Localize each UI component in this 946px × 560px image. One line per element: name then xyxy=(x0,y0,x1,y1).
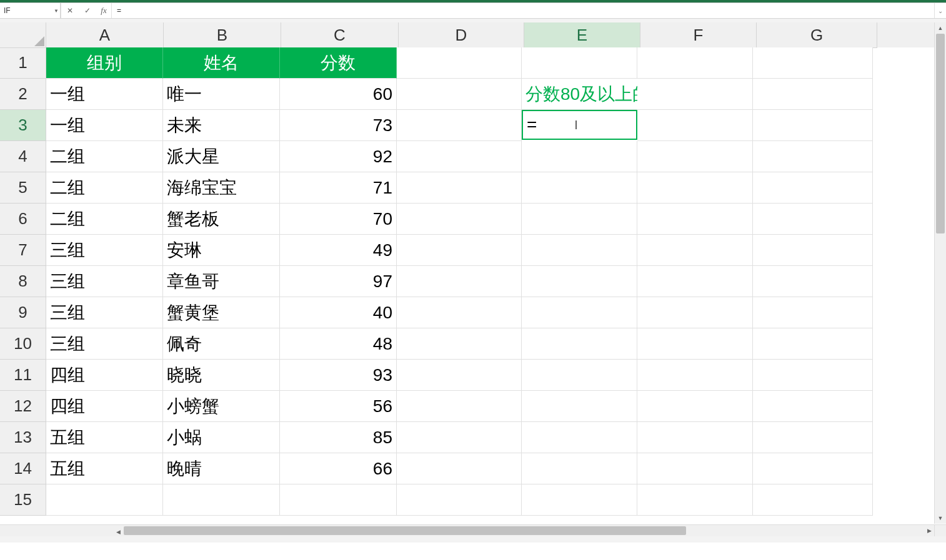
cell-D3[interactable] xyxy=(397,110,522,141)
column-header-E[interactable]: E xyxy=(524,22,640,48)
cell-B11[interactable]: 晓晓 xyxy=(163,360,280,391)
cell-A8[interactable]: 三组 xyxy=(46,266,163,297)
vertical-scroll-track[interactable] xyxy=(935,34,946,513)
cell-B9[interactable]: 蟹黄堡 xyxy=(163,297,280,328)
cell-E1[interactable] xyxy=(522,47,637,79)
cell-A11[interactable]: 四组 xyxy=(46,360,163,391)
row-header-7[interactable]: 7 xyxy=(0,235,46,266)
cell-D12[interactable] xyxy=(397,391,522,422)
cell-F4[interactable] xyxy=(637,141,753,172)
row-header-4[interactable]: 4 xyxy=(0,141,46,172)
horizontal-scroll-thumb[interactable] xyxy=(124,526,686,535)
cell-E8[interactable] xyxy=(522,266,637,297)
cell-G14[interactable] xyxy=(753,453,873,484)
cell-E10[interactable] xyxy=(522,328,637,360)
scroll-down-icon[interactable]: ▼ xyxy=(935,513,946,524)
cell-A2[interactable]: 一组 xyxy=(46,79,163,110)
cell-D13[interactable] xyxy=(397,422,522,453)
cell-F6[interactable] xyxy=(637,204,753,235)
cell-A6[interactable]: 二组 xyxy=(46,204,163,235)
cell-G5[interactable] xyxy=(753,172,873,204)
cell-E4[interactable] xyxy=(522,141,637,172)
row-header-5[interactable]: 5 xyxy=(0,172,46,204)
cell-D2[interactable] xyxy=(397,79,522,110)
column-header-B[interactable]: B xyxy=(164,22,281,48)
cell-G11[interactable] xyxy=(753,360,873,391)
row-header-10[interactable]: 10 xyxy=(0,328,46,360)
select-all-button[interactable] xyxy=(0,22,46,48)
sheet-tabs-area[interactable] xyxy=(0,524,112,536)
cell-G1[interactable] xyxy=(753,47,873,79)
cell-B15[interactable] xyxy=(163,484,280,516)
cell-A10[interactable]: 三组 xyxy=(46,328,163,360)
cell-F12[interactable] xyxy=(637,391,753,422)
cell-A15[interactable] xyxy=(46,484,163,516)
column-header-A[interactable]: A xyxy=(46,22,164,48)
cell-G3[interactable] xyxy=(753,110,873,141)
cell-B13[interactable]: 小蜗 xyxy=(163,422,280,453)
cell-C1[interactable]: 分数 xyxy=(280,47,397,79)
cell-C13[interactable]: 85 xyxy=(280,422,397,453)
cell-B5[interactable]: 海绵宝宝 xyxy=(163,172,280,204)
cell-D9[interactable] xyxy=(397,297,522,328)
cell-A14[interactable]: 五组 xyxy=(46,453,163,484)
cell-B8[interactable]: 章鱼哥 xyxy=(163,266,280,297)
cell-G12[interactable] xyxy=(753,391,873,422)
column-header-D[interactable]: D xyxy=(399,22,524,48)
cell-F10[interactable] xyxy=(637,328,753,360)
cell-E11[interactable] xyxy=(522,360,637,391)
cell-E2[interactable]: 分数80及以上的人数 xyxy=(522,79,637,110)
row-header-1[interactable]: 1 xyxy=(0,47,46,79)
cell-G6[interactable] xyxy=(753,204,873,235)
column-header-G[interactable]: G xyxy=(757,22,877,48)
cell-F5[interactable] xyxy=(637,172,753,204)
cell-F11[interactable] xyxy=(637,360,753,391)
cancel-button[interactable]: ✕ xyxy=(61,3,79,18)
cell-G2[interactable] xyxy=(753,79,873,110)
cell-F13[interactable] xyxy=(637,422,753,453)
formula-input[interactable]: = xyxy=(112,3,934,18)
cell-B3[interactable]: 未来 xyxy=(163,110,280,141)
cell-A5[interactable]: 二组 xyxy=(46,172,163,204)
cell-F7[interactable] xyxy=(637,235,753,266)
cell-D11[interactable] xyxy=(397,360,522,391)
cell-F8[interactable] xyxy=(637,266,753,297)
cell-D1[interactable] xyxy=(397,47,522,79)
row-header-15[interactable]: 15 xyxy=(0,484,46,516)
cell-E3-editing[interactable]: = I xyxy=(522,110,637,140)
cell-D5[interactable] xyxy=(397,172,522,204)
enter-button[interactable]: ✓ xyxy=(79,3,96,18)
cell-B14[interactable]: 晚晴 xyxy=(163,453,280,484)
cell-C5[interactable]: 71 xyxy=(280,172,397,204)
cell-G7[interactable] xyxy=(753,235,873,266)
vertical-scrollbar[interactable]: ▲ ▼ xyxy=(934,22,946,524)
cell-E13[interactable] xyxy=(522,422,637,453)
cell-B10[interactable]: 佩奇 xyxy=(163,328,280,360)
cell-C12[interactable]: 56 xyxy=(280,391,397,422)
row-header-9[interactable]: 9 xyxy=(0,297,46,328)
name-box-dropdown-icon[interactable]: ▼ xyxy=(54,8,59,14)
cell-E7[interactable] xyxy=(522,235,637,266)
cell-E6[interactable] xyxy=(522,204,637,235)
cell-C7[interactable]: 49 xyxy=(280,235,397,266)
cell-E14[interactable] xyxy=(522,453,637,484)
cell-F2[interactable] xyxy=(637,79,753,110)
cell-B2[interactable]: 唯一 xyxy=(163,79,280,110)
cell-C15[interactable] xyxy=(280,484,397,516)
cell-G4[interactable] xyxy=(753,141,873,172)
cell-E15[interactable] xyxy=(522,484,637,516)
cell-G8[interactable] xyxy=(753,266,873,297)
cell-D6[interactable] xyxy=(397,204,522,235)
cell-A4[interactable]: 二组 xyxy=(46,141,163,172)
scroll-right-icon[interactable]: ▶ xyxy=(924,525,935,536)
cell-C2[interactable]: 60 xyxy=(280,79,397,110)
cell-B1[interactable]: 姓名 xyxy=(163,47,280,79)
cell-G9[interactable] xyxy=(753,297,873,328)
cell-B6[interactable]: 蟹老板 xyxy=(163,204,280,235)
cell-E5[interactable] xyxy=(522,172,637,204)
cell-C11[interactable]: 93 xyxy=(280,360,397,391)
insert-function-button[interactable]: fx xyxy=(96,3,112,18)
row-header-3[interactable]: 3 xyxy=(0,110,46,141)
scroll-up-icon[interactable]: ▲ xyxy=(935,22,946,34)
horizontal-scrollbar[interactable]: ◀ ▶ xyxy=(112,524,935,536)
